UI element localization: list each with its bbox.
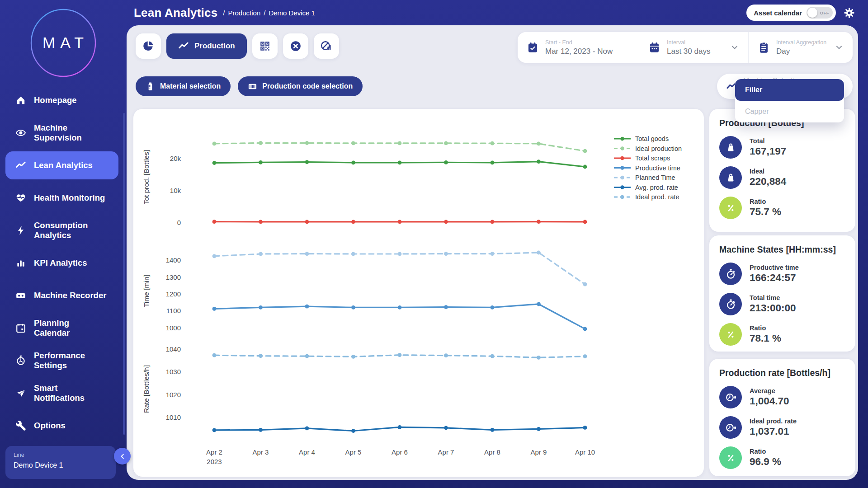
line-selector[interactable]: Line Demo Device 1	[5, 446, 116, 479]
data-point	[305, 141, 309, 145]
sidebar-collapse-button[interactable]	[114, 448, 131, 465]
data-point	[491, 305, 495, 310]
sidebar-item-lean-analytics[interactable]: Lean Analytics	[5, 151, 118, 179]
sidebar-item-label: Consumption Analytics	[34, 221, 88, 240]
header: Lean Analytics / Production / Demo Devic…	[127, 0, 868, 25]
sidebar-item-label: KPI Analytics	[34, 258, 87, 268]
calendar-check-icon	[527, 42, 539, 54]
sidebar-item-consumption-analytics[interactable]: Consumption Analytics	[0, 214, 127, 247]
qr-code-icon	[259, 40, 271, 52]
data-point	[583, 149, 587, 153]
sidebar-nav: HomepageMachine SupervisionLean Analytic…	[0, 84, 127, 442]
aggregation-picker[interactable]: Interval Aggregation Day	[748, 32, 853, 63]
data-point	[398, 141, 402, 145]
legend-label: Ideal prod. rate	[635, 193, 679, 201]
production-code-selection-button[interactable]: Production code selection	[238, 76, 363, 96]
interval-picker[interactable]: Interval Last 30 days	[639, 32, 748, 63]
stat-label: Ratio	[750, 324, 781, 332]
heart-icon	[15, 192, 26, 203]
start-end-picker[interactable]: Start - End Mar 12, 2023 - Now	[518, 32, 639, 63]
toggle-switch[interactable]: OFF	[807, 7, 833, 19]
dropdown-option-capper[interactable]: Capper	[735, 101, 844, 122]
legend-item-ideal-prod-rate[interactable]: Ideal prod. rate	[614, 193, 679, 201]
sidebar-item-machine-supervision[interactable]: Machine Supervision	[0, 117, 127, 149]
data-point	[537, 160, 541, 164]
bolt-icon	[15, 225, 26, 236]
legend-item-productive-time[interactable]: Productive time	[614, 164, 680, 172]
dropdown-option-filler[interactable]: Filler	[735, 79, 844, 101]
interval-value: Last 30 days	[667, 47, 710, 56]
legend-item-ideal-production[interactable]: Ideal production	[614, 145, 682, 152]
percent-icon-circle	[719, 446, 742, 469]
clear-button[interactable]	[283, 33, 308, 59]
legend-item-avg-prod-rate[interactable]: Avg. prod. rate	[614, 184, 678, 191]
data-point	[212, 307, 217, 311]
legend-item-total-goods[interactable]: Total goods	[614, 135, 669, 142]
production-code-selection-label: Production code selection	[262, 82, 353, 90]
aggregation-label: Interval Aggregation	[776, 39, 826, 46]
data-point	[583, 426, 587, 430]
legend-item-total-scraps[interactable]: Total scraps	[614, 155, 670, 162]
chart-card: 010k20kTot prod. [Bottles]10001100120013…	[133, 109, 704, 477]
y-axis-title: Rate [Bottles/h]	[142, 365, 150, 413]
sidebar-item-smart-notifications[interactable]: Smart Notifications	[0, 377, 127, 409]
stat-label: Total time	[750, 294, 796, 301]
production-tab-button[interactable]: Production	[166, 33, 247, 59]
sidebar-item-homepage[interactable]: Homepage	[0, 84, 127, 117]
stat-value: 96.9 %	[750, 456, 781, 468]
data-point	[212, 428, 217, 432]
y-axis-title: Tot prod. [Bottles]	[142, 150, 150, 205]
stat-label: Ideal prod. rate	[750, 418, 797, 425]
stopwatch-icon	[725, 299, 736, 310]
data-point	[259, 141, 263, 145]
sidebar-item-planning-calendar[interactable]: Planning Calendar	[0, 312, 127, 344]
page: MAT HomepageMachine SupervisionLean Anal…	[0, 0, 868, 488]
stopwatch-icon-circle	[719, 263, 742, 285]
asset-calendar-toggle[interactable]: Asset calendar OFF	[746, 5, 836, 21]
brand-logo-circle: MAT	[29, 7, 97, 79]
stat-card-title: Machine States [HH:mm:ss]	[719, 244, 845, 255]
stat-card-production-rate-bottles-h: Production rate [Bottles/h]Average1,004.…	[709, 359, 855, 476]
sidebar-item-options[interactable]: Options	[0, 409, 127, 442]
sidebar-item-kpi-analytics[interactable]: KPI Analytics	[0, 247, 127, 279]
sidebar-item-label: Health Monitoring	[34, 193, 105, 203]
data-point	[259, 354, 263, 358]
clock-speed-icon-circle	[719, 416, 742, 439]
settings-gear-icon[interactable]	[843, 7, 855, 19]
data-point	[305, 252, 309, 256]
material-selection-button[interactable]: Material selection	[136, 76, 231, 96]
qr-code-button[interactable]	[252, 33, 278, 59]
report-button[interactable]	[314, 33, 339, 59]
stat-row-productive-time: Productive time166:24:57	[719, 263, 845, 285]
data-point	[444, 305, 448, 309]
data-point	[351, 252, 355, 256]
clipboard-icon	[758, 42, 770, 54]
breadcrumb-device[interactable]: Demo Device 1	[269, 9, 315, 17]
pie-chart-button[interactable]	[136, 33, 161, 59]
sidebar-item-health-monitoring[interactable]: Health Monitoring	[0, 182, 127, 214]
sidebar-item-machine-recorder[interactable]: Machine Recorder	[0, 279, 127, 312]
content: Production Sta	[127, 25, 858, 480]
data-point	[444, 220, 448, 224]
breadcrumb-production[interactable]: Production	[228, 9, 261, 17]
legend-item-planned-time[interactable]: Planned Time	[614, 174, 675, 181]
calendar-icon	[648, 42, 660, 54]
data-point	[491, 141, 495, 145]
sidebar-scrollbar[interactable]	[123, 113, 125, 435]
sidebar-item-performance-settings[interactable]: Performance Settings	[0, 344, 127, 377]
data-point	[259, 305, 263, 310]
sidebar-item-label: Performance Settings	[34, 351, 85, 371]
production-tab-label: Production	[194, 42, 235, 51]
stat-row-ideal-prod-rate: Ideal prod. rate1,037.01	[719, 416, 845, 439]
percent-icon	[725, 202, 736, 214]
barcode-icon	[248, 82, 257, 91]
clock-speed-icon	[725, 392, 736, 403]
stat-label: Total	[750, 137, 786, 145]
machine-dropdown: FillerCapper	[735, 79, 844, 122]
start-end-value: Mar 12, 2023 - Now	[545, 47, 613, 56]
legend-label: Total goods	[635, 135, 669, 142]
y-tick-label: 1030	[166, 368, 181, 375]
percent-icon-circle	[719, 197, 742, 219]
data-point	[444, 252, 448, 256]
data-point	[305, 220, 309, 224]
